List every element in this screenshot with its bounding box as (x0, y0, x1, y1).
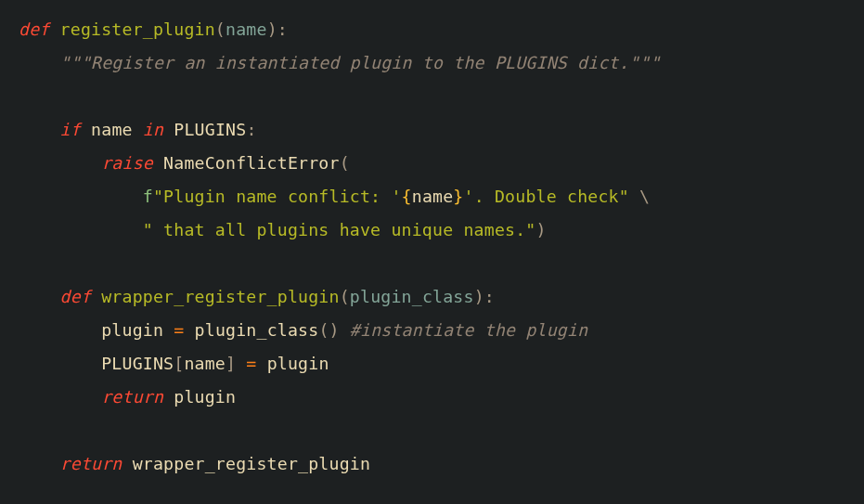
line-4: if name in PLUGINS: (19, 120, 257, 139)
line-12: return plugin (19, 387, 236, 407)
line-continuation: \ (639, 187, 650, 206)
func-name: register_plugin (60, 19, 215, 39)
error-class: NameConflictError (163, 153, 340, 173)
line-7: " that all plugins have unique names.") (19, 220, 547, 239)
keyword-def: def (60, 287, 91, 306)
operator-assign: = (246, 354, 256, 373)
line-10: plugin = plugin_class() #instantiate the… (19, 320, 587, 340)
line-9: def wrapper_register_plugin(plugin_class… (19, 287, 495, 306)
func-name: wrapper_register_plugin (101, 287, 339, 306)
operator-assign: = (174, 320, 184, 340)
f-prefix: f (143, 187, 153, 206)
line-1: def register_plugin(name): (19, 19, 288, 39)
param-name: name (226, 19, 267, 39)
keyword-raise: raise (101, 153, 153, 173)
docstring: """Register an instantiated plugin to th… (60, 53, 661, 72)
keyword-return: return (60, 454, 123, 473)
keyword-return: return (101, 387, 163, 407)
keyword-if: if (60, 120, 81, 139)
line-5: raise NameConflictError( (19, 153, 350, 173)
line-14: return wrapper_register_plugin (19, 454, 370, 473)
param-name: plugin_class (350, 287, 474, 306)
line-6: f"Plugin name conflict: '{name}'. Double… (19, 187, 650, 206)
keyword-in: in (143, 120, 163, 139)
line-2: """Register an instantiated plugin to th… (19, 53, 660, 72)
code-block: def register_plugin(name): """Register a… (0, 0, 864, 494)
line-11: PLUGINS[name] = plugin (19, 354, 329, 373)
comment: #instantiate the plugin (350, 320, 587, 340)
keyword-def: def (19, 19, 49, 39)
